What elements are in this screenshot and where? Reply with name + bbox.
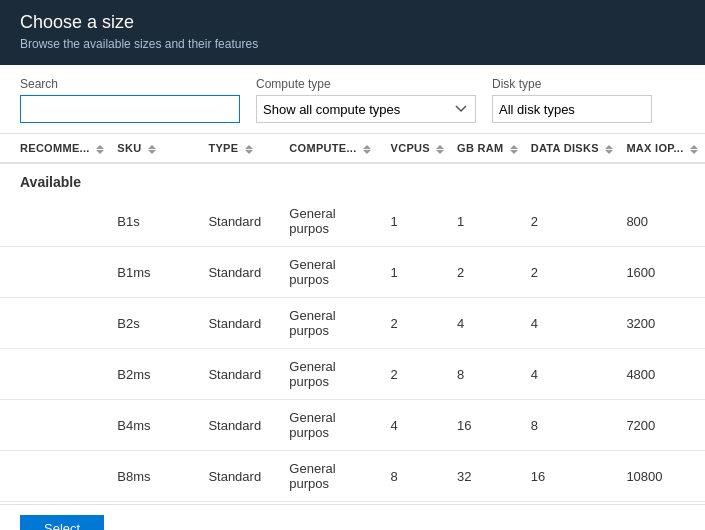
- cell-gbram: 4: [451, 298, 525, 349]
- cell-maxiops: 4800: [620, 349, 705, 400]
- cell-type: Standard: [202, 298, 283, 349]
- table-row[interactable]: B2msStandardGeneral purpos2844800: [0, 349, 705, 400]
- cell-compute: General purpos: [283, 400, 384, 451]
- table-row[interactable]: B2sStandardGeneral purpos2443200: [0, 298, 705, 349]
- col-header-maxiops[interactable]: MAX IOP...: [620, 134, 705, 163]
- sort-icon-sku: [148, 145, 156, 154]
- cell-recommended: [0, 400, 111, 451]
- cell-sku: B1ms: [111, 247, 202, 298]
- table-header-row: RECOMME... SKU TYPE: [0, 134, 705, 163]
- col-header-datadisks[interactable]: DATA DISKS: [525, 134, 621, 163]
- cell-sku: B2ms: [111, 349, 202, 400]
- table-row[interactable]: B8msStandardGeneral purpos8321610800: [0, 451, 705, 502]
- cell-recommended: [0, 451, 111, 502]
- col-header-recommended[interactable]: RECOMME...: [0, 134, 111, 163]
- sort-icon-datadisks: [605, 145, 613, 154]
- cell-recommended: [0, 196, 111, 247]
- footer: Select: [0, 504, 705, 530]
- cell-maxiops: 1600: [620, 247, 705, 298]
- cell-recommended: [0, 298, 111, 349]
- cell-vcpus: 4: [385, 400, 452, 451]
- section-header-available: Available: [0, 163, 705, 196]
- cell-sku: B8ms: [111, 451, 202, 502]
- table-row[interactable]: B4msStandardGeneral purpos41687200: [0, 400, 705, 451]
- cell-sku: B4ms: [111, 400, 202, 451]
- cell-gbram: 2: [451, 247, 525, 298]
- cell-compute: General purpos: [283, 298, 384, 349]
- cell-recommended: [0, 349, 111, 400]
- cell-compute: General purpos: [283, 247, 384, 298]
- cell-datadisks: 2: [525, 247, 621, 298]
- disk-label: Disk type: [492, 77, 652, 91]
- compute-select[interactable]: Show all compute types: [256, 95, 476, 123]
- sort-icon-type: [245, 145, 253, 154]
- col-header-sku[interactable]: SKU: [111, 134, 202, 163]
- sort-icon-recommended: [96, 145, 104, 154]
- cell-type: Standard: [202, 349, 283, 400]
- cell-recommended: [0, 247, 111, 298]
- disk-group: Disk type All disk types: [492, 77, 652, 123]
- cell-vcpus: 8: [385, 451, 452, 502]
- cell-datadisks: 4: [525, 298, 621, 349]
- col-header-type[interactable]: TYPE: [202, 134, 283, 163]
- sizes-table: RECOMME... SKU TYPE: [0, 134, 705, 504]
- cell-vcpus: 1: [385, 247, 452, 298]
- cell-vcpus: 1: [385, 196, 452, 247]
- table-row[interactable]: B1msStandardGeneral purpos1221600: [0, 247, 705, 298]
- page-subtitle: Browse the available sizes and their fea…: [20, 37, 685, 51]
- cell-datadisks: 16: [525, 451, 621, 502]
- cell-maxiops: 10800: [620, 451, 705, 502]
- cell-compute: General purpos: [283, 349, 384, 400]
- cell-gbram: 16: [451, 400, 525, 451]
- cell-type: Standard: [202, 196, 283, 247]
- col-header-vcpus[interactable]: VCPUS: [385, 134, 452, 163]
- cell-compute: General purpos: [283, 451, 384, 502]
- page-title: Choose a size: [20, 12, 685, 33]
- compute-group: Compute type Show all compute types: [256, 77, 476, 123]
- cell-maxiops: 7200: [620, 400, 705, 451]
- compute-label: Compute type: [256, 77, 476, 91]
- cell-type: Standard: [202, 451, 283, 502]
- col-header-gbram[interactable]: GB RAM: [451, 134, 525, 163]
- filters-bar: Search Compute type Show all compute typ…: [0, 65, 705, 134]
- cell-datadisks: 4: [525, 349, 621, 400]
- sort-icon-vcpus: [436, 145, 444, 154]
- header: Choose a size Browse the available sizes…: [0, 0, 705, 65]
- cell-vcpus: 2: [385, 349, 452, 400]
- cell-datadisks: 8: [525, 400, 621, 451]
- sort-icon-maxiops: [690, 145, 698, 154]
- cell-datadisks: 2: [525, 196, 621, 247]
- sort-icon-gbram: [510, 145, 518, 154]
- cell-gbram: 1: [451, 196, 525, 247]
- cell-type: Standard: [202, 400, 283, 451]
- search-group: Search: [20, 77, 240, 123]
- cell-gbram: 32: [451, 451, 525, 502]
- cell-vcpus: 2: [385, 298, 452, 349]
- cell-gbram: 8: [451, 349, 525, 400]
- search-label: Search: [20, 77, 240, 91]
- cell-maxiops: 3200: [620, 298, 705, 349]
- search-input[interactable]: [20, 95, 240, 123]
- table-container: RECOMME... SKU TYPE: [0, 134, 705, 504]
- cell-compute: General purpos: [283, 196, 384, 247]
- sort-icon-compute: [363, 145, 371, 154]
- cell-maxiops: 800: [620, 196, 705, 247]
- cell-sku: B2s: [111, 298, 202, 349]
- cell-sku: B1s: [111, 196, 202, 247]
- select-button[interactable]: Select: [20, 515, 104, 530]
- cell-type: Standard: [202, 247, 283, 298]
- col-header-compute[interactable]: COMPUTE...: [283, 134, 384, 163]
- disk-select[interactable]: All disk types: [492, 95, 652, 123]
- table-row[interactable]: B1sStandardGeneral purpos112800: [0, 196, 705, 247]
